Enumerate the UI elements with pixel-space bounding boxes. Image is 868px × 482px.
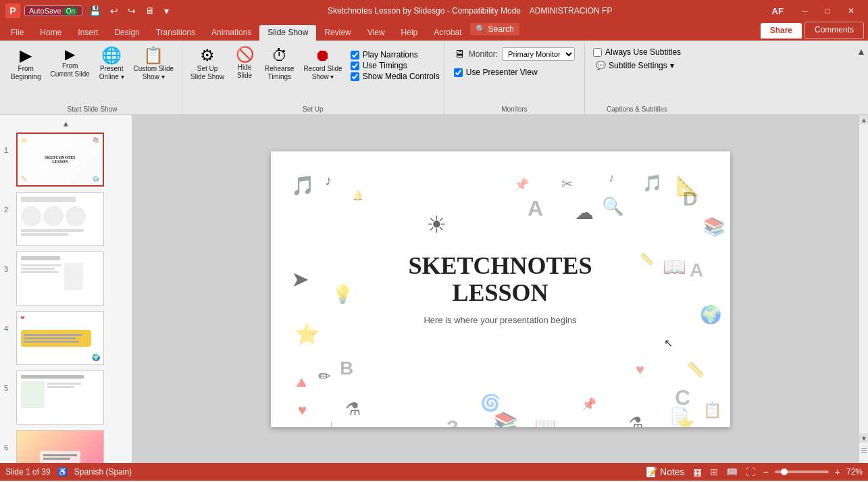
slide-item-4[interactable]: 4 🌍 ❤ [0, 308, 132, 368]
tab-design[interactable]: Design [106, 25, 147, 41]
notes-label: Notes [660, 466, 685, 477]
show-media-controls-checkbox[interactable]: Show Media Controls [351, 72, 440, 81]
from-current-slide-button[interactable]: ▶ FromCurrent Slide [46, 45, 93, 81]
slide-thumb-4: 🌍 ❤ [16, 311, 104, 365]
close-button[interactable]: ✕ [840, 3, 863, 18]
slide-number-5: 5 [4, 370, 12, 392]
play-narrations-label: Play Narrations [363, 50, 418, 59]
slide-panel: ▲ 1 SKETCHNOTESLESSON ⭐ 📚 ✏️ 🌍 2 [0, 115, 132, 463]
ribbon-group-start-slideshow: ▶ FromBeginning ▶ FromCurrent Slide 🌐 Pr… [3, 42, 182, 114]
from-current-label: FromCurrent Slide [50, 62, 89, 78]
ribbon-group-setup-content: ⚙ Set UpSlide Show 🚫 HideSlide ⏱ Rehears… [186, 45, 440, 102]
tab-review[interactable]: Review [316, 25, 359, 41]
monitors-content: 🖥 Monitor: Primary Monitor Use Presenter… [449, 45, 580, 102]
hide-slide-button[interactable]: 🚫 HideSlide [230, 45, 259, 82]
search-label: Search [488, 24, 514, 34]
scroll-down-arrow[interactable]: ▼ [859, 433, 868, 443]
tab-animations[interactable]: Animations [203, 25, 259, 41]
present-online-button[interactable]: 🌐 PresentOnline ▾ [95, 45, 128, 84]
monitor-dropdown[interactable]: Primary Monitor [502, 47, 575, 61]
subtitle-settings-button[interactable]: 💬 Subtitle Settings ▾ [593, 59, 681, 72]
search-box[interactable]: 🔍 Search [470, 23, 519, 35]
play-narrations-checkbox[interactable]: Play Narrations [351, 50, 440, 59]
user-avatar[interactable]: AF [768, 1, 787, 20]
slide-number-1: 1 [4, 132, 12, 154]
zoom-level: 72% [846, 467, 863, 477]
tab-view[interactable]: View [359, 25, 393, 41]
hide-slide-icon: 🚫 [236, 47, 254, 62]
slide-item-2[interactable]: 2 [0, 189, 132, 249]
scroll-tick-2 [861, 450, 867, 451]
reading-view-button[interactable]: 📖 [724, 466, 740, 477]
app-icon: P [5, 3, 20, 18]
subtitle-settings-icon: 💬 [596, 61, 606, 70]
notes-button[interactable]: 📝 Notes [644, 466, 686, 477]
slide-number-6: 6 [4, 430, 12, 452]
slide-item-5[interactable]: 5 [0, 368, 132, 427]
ribbon-collapse-button[interactable]: ▲ [854, 43, 868, 59]
minimize-button[interactable]: ─ [794, 3, 816, 18]
zoom-out-button[interactable]: − [761, 466, 771, 477]
slide-number-3: 3 [4, 251, 12, 273]
search-icon: 🔍 [476, 24, 486, 34]
zoom-in-button[interactable]: + [833, 466, 842, 477]
title-bar-left: P AutoSave On 💾 ↩ ↪ 🖥 ▾ [5, 3, 172, 18]
rehearse-icon: ⏱ [272, 47, 288, 64]
captions-section: Always Use Subtitles 💬 Subtitle Settings… [589, 45, 685, 74]
slide-thumb-1: SKETCHNOTESLESSON ⭐ 📚 ✏️ 🌍 [16, 132, 104, 187]
restore-button[interactable]: □ [817, 3, 838, 18]
title-bar-right: AF ─ □ ✕ [768, 1, 863, 20]
presentation-button[interactable]: 🖥 [143, 4, 157, 18]
tab-insert[interactable]: Insert [70, 25, 106, 41]
comments-button[interactable]: Comments [805, 22, 864, 39]
slide-show-button[interactable]: ⛶ [744, 466, 757, 477]
record-slideshow-button[interactable]: ⏺ Record SlideShow ▾ [299, 45, 346, 84]
scroll-tick-1 [861, 448, 867, 449]
tab-file[interactable]: File [3, 25, 32, 41]
presenter-view-checkbox[interactable]: Use Presenter View [454, 68, 575, 77]
setup-group-label: Set Up [186, 103, 440, 113]
monitor-label: Monitor: [469, 49, 498, 59]
monitor-section: 🖥 Monitor: Primary Monitor Use Presenter… [449, 45, 580, 80]
show-media-controls-input[interactable] [351, 72, 359, 81]
panel-scroll-up[interactable]: ▲ [0, 118, 132, 130]
scroll-up-arrow[interactable]: ▲ [859, 115, 868, 124]
presenter-view-input[interactable] [454, 68, 463, 77]
from-beginning-button[interactable]: ▶ FromBeginning [7, 45, 45, 84]
tab-acrobat[interactable]: Acrobat [426, 25, 469, 41]
slide-thumb-2 [16, 192, 104, 246]
use-timings-input[interactable] [351, 62, 359, 70]
window-title: Sketchnotes Lesson by Slidesgo - Compati… [172, 6, 768, 16]
autosave-toggle[interactable]: AutoSave On [24, 5, 82, 16]
qat-dropdown[interactable]: ▾ [161, 4, 172, 18]
use-timings-checkbox[interactable]: Use Timings [351, 61, 440, 70]
save-button[interactable]: 💾 [86, 4, 103, 18]
tab-slide-show[interactable]: Slide Show [259, 25, 316, 41]
ribbon-tabs: File Home Insert Design Transitions Anim… [0, 22, 868, 41]
play-narrations-input[interactable] [351, 51, 359, 59]
redo-button[interactable]: ↪ [125, 4, 138, 18]
reading-view-icon: 📖 [726, 466, 738, 477]
normal-view-button[interactable]: ▦ [691, 466, 704, 477]
always-use-subtitles-input[interactable] [593, 48, 602, 57]
undo-button[interactable]: ↩ [107, 4, 121, 18]
tab-transitions[interactable]: Transitions [148, 25, 203, 41]
ribbon-group-captions: Always Use Subtitles 💬 Subtitle Settings… [585, 42, 689, 114]
show-media-controls-label: Show Media Controls [363, 72, 440, 81]
custom-slide-show-button[interactable]: 📋 Custom SlideShow ▾ [130, 45, 178, 84]
rehearse-timings-button[interactable]: ⏱ RehearseTimings [261, 45, 298, 84]
set-up-slideshow-button[interactable]: ⚙ Set UpSlide Show [186, 45, 228, 84]
share-button[interactable]: Share [761, 23, 802, 39]
vertical-scrollbar[interactable]: ▲ ▼ [859, 115, 868, 463]
ribbon-group-setup: ⚙ Set UpSlide Show 🚫 HideSlide ⏱ Rehears… [182, 42, 444, 114]
slide-item-3[interactable]: 3 [0, 249, 132, 308]
slide-thumb-5 [16, 370, 104, 425]
zoom-slider[interactable] [775, 471, 829, 473]
monitor-select-row: 🖥 Monitor: Primary Monitor [454, 47, 575, 61]
slide-sorter-button[interactable]: ⊞ [708, 466, 720, 477]
slide-item-1[interactable]: 1 SKETCHNOTESLESSON ⭐ 📚 ✏️ 🌍 [0, 130, 132, 189]
slide-item-6[interactable]: 6 [0, 427, 132, 463]
tab-help[interactable]: Help [393, 25, 426, 41]
always-use-subtitles-checkbox[interactable]: Always Use Subtitles [593, 47, 681, 57]
tab-home[interactable]: Home [32, 25, 70, 41]
